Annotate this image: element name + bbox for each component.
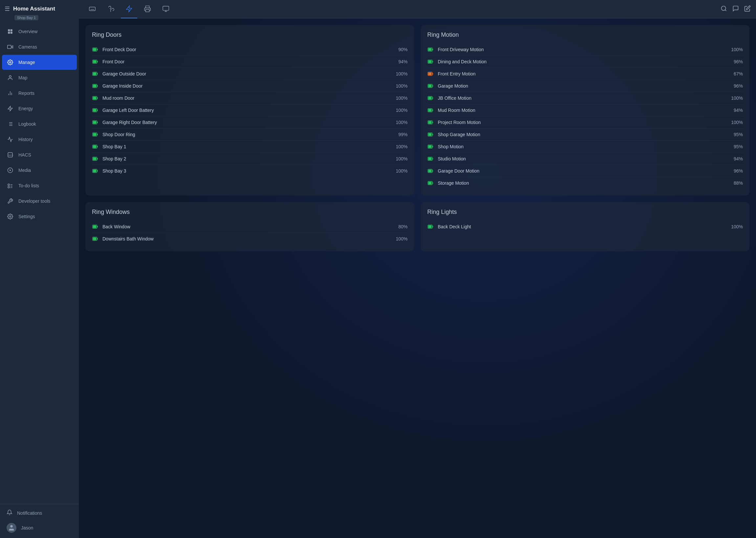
item-value: 95%: [728, 144, 743, 149]
svg-rect-94: [428, 157, 431, 160]
svg-rect-71: [432, 61, 433, 63]
search-icon[interactable]: [721, 5, 727, 13]
list-item: Garage Left Door Battery 100%: [92, 104, 408, 117]
svg-line-32: [725, 10, 726, 11]
item-name: Shop Bay 2: [102, 156, 389, 161]
media-icon: [7, 167, 14, 174]
svg-rect-37: [93, 60, 96, 63]
sidebar-item-hacs[interactable]: HACS HACS: [2, 147, 77, 162]
svg-rect-64: [93, 170, 96, 172]
svg-rect-110: [432, 226, 433, 228]
tab-bolt[interactable]: [121, 0, 137, 18]
sidebar-item-energy[interactable]: Energy: [2, 101, 77, 116]
battery-icon: [427, 143, 434, 150]
svg-text:HACS: HACS: [9, 154, 13, 156]
sidebar-item-cameras[interactable]: Cameras: [2, 39, 77, 54]
svg-rect-34: [93, 48, 96, 51]
sidebar-item-reports[interactable]: Reports: [2, 85, 77, 101]
reports-label: Reports: [18, 90, 34, 96]
sidebar-item-settings[interactable]: Settings: [2, 209, 77, 224]
overview-icon: [7, 28, 14, 35]
battery-icon: [92, 143, 98, 150]
sidebar-item-overview[interactable]: Overview: [2, 24, 77, 39]
devtools-icon: [7, 197, 14, 205]
item-name: Garage Left Door Battery: [102, 108, 389, 113]
list-item: Shop Garage Motion 95%: [427, 129, 743, 141]
item-name: Garage Door Motion: [438, 168, 724, 174]
sidebar-item-manage[interactable]: Manage: [2, 55, 77, 70]
item-name: Garage Outside Door: [102, 71, 389, 77]
svg-rect-107: [97, 238, 97, 240]
edit-icon[interactable]: [744, 5, 751, 13]
ring-doors-card: Ring Doors Front Deck Door 90% Front Doo…: [86, 25, 414, 195]
settings-icon: [7, 213, 14, 220]
tab-monitor[interactable]: [158, 0, 174, 18]
battery-icon: [427, 155, 434, 162]
list-item: JB Office Motion 100%: [427, 92, 743, 104]
svg-rect-62: [97, 158, 97, 160]
sidebar-item-history[interactable]: History: [2, 132, 77, 147]
sidebar: ☰ Home Assistant Shop Bay 1 Overview Cam…: [0, 0, 79, 538]
map-label: Map: [18, 75, 27, 81]
svg-rect-98: [432, 170, 433, 172]
sidebar-item-logbook[interactable]: Logbook: [2, 117, 77, 132]
tab-keyboard[interactable]: [84, 0, 100, 18]
svg-rect-79: [428, 97, 431, 99]
svg-point-5: [10, 62, 11, 63]
item-value: 88%: [728, 181, 743, 186]
battery-icon: [92, 155, 98, 162]
item-value: 100%: [393, 108, 408, 113]
tab-print[interactable]: [139, 0, 156, 18]
svg-rect-27: [146, 9, 150, 12]
svg-marker-10: [8, 106, 13, 111]
svg-rect-68: [432, 49, 433, 50]
svg-rect-89: [432, 134, 433, 135]
battery-icon: [427, 119, 434, 126]
energy-icon: [7, 105, 14, 112]
sidebar-item-devtools[interactable]: Developer tools: [2, 193, 77, 209]
list-item: Front Deck Door 90%: [92, 44, 408, 56]
sidebar-item-map[interactable]: Map: [2, 70, 77, 85]
reports-icon: [7, 89, 14, 97]
overview-label: Overview: [18, 29, 37, 34]
battery-icon: [427, 83, 434, 89]
svg-rect-67: [428, 48, 431, 51]
item-name: Shop Garage Motion: [438, 132, 724, 137]
battery-icon: [92, 223, 98, 230]
battery-icon: [427, 168, 434, 174]
battery-icon: [427, 131, 434, 138]
tab-plant[interactable]: [102, 0, 119, 18]
media-label: Media: [18, 168, 31, 173]
user-item[interactable]: Jason: [2, 520, 77, 536]
sidebar-item-todo[interactable]: To-do lists: [2, 178, 77, 193]
svg-rect-83: [432, 110, 433, 111]
battery-icon: [92, 83, 98, 89]
sidebar-item-media[interactable]: Media: [2, 163, 77, 178]
item-value: 94%: [393, 59, 408, 64]
svg-rect-58: [93, 145, 96, 148]
menu-toggle-icon[interactable]: ☰: [5, 5, 10, 13]
main-nav: Overview Cameras Manage Map: [0, 24, 79, 504]
svg-rect-22: [8, 186, 10, 188]
ring-lights-list: Back Deck Light 100%: [427, 221, 743, 233]
item-value: 67%: [728, 71, 743, 77]
item-value: 94%: [728, 108, 743, 113]
todo-label: To-do lists: [18, 183, 39, 188]
item-name: Storage Motion: [438, 181, 724, 186]
ring-lights-title: Ring Lights: [427, 209, 743, 216]
chat-icon[interactable]: [732, 5, 739, 13]
item-value: 94%: [728, 156, 743, 161]
battery-icon: [92, 131, 98, 138]
svg-point-31: [722, 6, 726, 10]
battery-icon: [427, 180, 434, 186]
list-item: Mud room Door 100%: [92, 92, 408, 104]
svg-rect-25: [89, 7, 95, 11]
svg-rect-2: [8, 32, 10, 34]
logbook-label: Logbook: [18, 121, 36, 127]
notifications-item[interactable]: Notifications: [2, 506, 77, 520]
list-item: Project Room Motion 100%: [427, 117, 743, 129]
item-name: Garage Motion: [438, 83, 724, 88]
svg-rect-92: [432, 146, 433, 148]
item-value: 80%: [393, 224, 408, 229]
item-value: 100%: [728, 47, 743, 52]
